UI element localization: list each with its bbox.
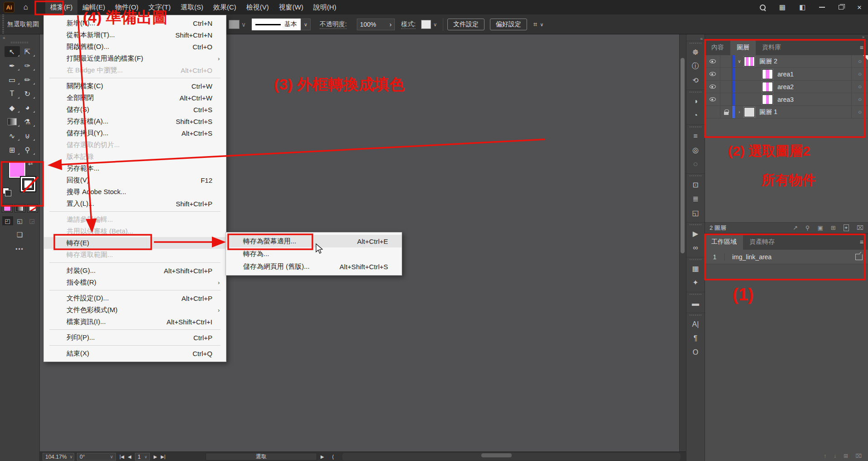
width-tool[interactable]: ∿	[5, 130, 20, 141]
locate-object-icon[interactable]: ⚲	[806, 224, 810, 231]
layers-tab-資料庫[interactable]: 資料庫	[756, 40, 787, 55]
transparency-icon[interactable]: ◎	[686, 143, 705, 157]
close-button[interactable]: ×	[857, 4, 862, 11]
last-artboard-button[interactable]: ▶|	[161, 454, 165, 459]
screen-mode-button[interactable]: ❏	[0, 231, 39, 239]
artboard-row[interactable]: 1img_link_area	[705, 250, 868, 264]
type-tool[interactable]: T	[5, 88, 20, 99]
layer-target-icon[interactable]: ○	[851, 68, 862, 80]
visibility-toggle[interactable]	[705, 55, 720, 67]
style-swatch-dropdown[interactable]: ∨	[421, 14, 437, 34]
opacity-label[interactable]: 不透明度:	[320, 20, 347, 29]
layer-thumbnail[interactable]	[762, 69, 773, 79]
file-menu-item[interactable]: 邀請參與編輯...	[44, 214, 226, 225]
swap-fill-stroke-icon[interactable]: ⇄	[28, 160, 33, 166]
info-icon[interactable]: ⓘ	[686, 59, 705, 73]
pen-tool[interactable]: ✒	[5, 60, 20, 71]
panel-menu-icon[interactable]: ≡	[860, 238, 863, 246]
default-fill-stroke-icon[interactable]	[3, 188, 9, 194]
layer-target-icon[interactable]: ○	[851, 93, 862, 105]
horizontal-scrollbar[interactable]	[342, 453, 681, 461]
shape-builder-tool[interactable]: ⊍	[20, 130, 35, 141]
draw-inside-mode[interactable]: ◲	[27, 216, 38, 225]
file-menu-item[interactable]: 封裝(G)...Alt+Shift+Ctrl+P	[44, 265, 226, 276]
select-similar-dropdown[interactable]: ⌗∨	[533, 14, 544, 34]
curvature-tool[interactable]: ✑	[20, 60, 35, 71]
collect-for-export-icon[interactable]: ↗	[793, 224, 798, 231]
artboard-number-dropdown[interactable]: 1∨	[135, 453, 150, 461]
artboards-tab-工作區域[interactable]: 工作區域	[705, 234, 743, 250]
layer-target-icon[interactable]: ○	[851, 106, 862, 118]
layer-row[interactable]: area3○	[705, 93, 868, 106]
file-menu-item[interactable]: 關閉檔案(C)Ctrl+W	[44, 80, 226, 92]
prev-artboard-button[interactable]: ◀	[128, 454, 131, 459]
file-menu-item[interactable]: 開啟舊檔(O)...Ctrl+O	[44, 41, 226, 52]
visibility-toggle[interactable]	[705, 68, 720, 80]
color-guide-wheel-icon[interactable]: ☸	[686, 45, 705, 59]
layer-row[interactable]: area2○	[705, 81, 868, 93]
eraser-tool[interactable]: ◆	[5, 102, 20, 113]
file-menu-item[interactable]: 另存新檔(A)...Shift+Ctrl+S	[44, 115, 226, 127]
artboard-name[interactable]: img_link_area	[732, 253, 772, 261]
visibility-toggle[interactable]	[705, 81, 720, 93]
artboard-page-icon[interactable]	[855, 254, 863, 260]
layers-tab-內容[interactable]: 內容	[705, 40, 730, 55]
selection-tool[interactable]: ↖	[5, 46, 20, 57]
file-menu-item[interactable]: 版本記錄	[44, 151, 226, 162]
new-artboard-icon[interactable]: ⊞	[844, 453, 848, 459]
preferences-button[interactable]: 偏好設定	[490, 19, 527, 30]
style-label[interactable]: 樣式:	[401, 20, 416, 29]
zoom-level-dropdown[interactable]: 104.17%∨	[43, 453, 74, 461]
document-setup-button[interactable]: 文件設定	[447, 19, 484, 30]
rectangle-tool[interactable]: ▭	[5, 74, 20, 85]
move-down-icon[interactable]: ↓	[834, 453, 836, 459]
file-menu-item[interactable]: 結束(X)Ctrl+Q	[44, 347, 226, 359]
zoom-tool[interactable]: ⚲	[20, 144, 35, 155]
artboards-tab-資產轉存[interactable]: 資產轉存	[743, 234, 781, 250]
panel-menu-icon[interactable]: ≡	[860, 44, 863, 51]
file-menu-item[interactable]: 另存範本...	[44, 162, 226, 174]
menubar-item[interactable]: 編輯(E)	[77, 0, 110, 14]
gradient-button[interactable]	[14, 204, 25, 213]
file-menu-item[interactable]: 置入(L)...Shift+Ctrl+P	[44, 198, 226, 209]
shaper-tool[interactable]: ◕	[20, 102, 35, 113]
artboards-grid-icon[interactable]: ▦	[686, 261, 705, 276]
file-menu-item[interactable]: 共用以供審核 (Beta)...	[44, 225, 226, 237]
delete-layer-icon[interactable]: ⌧	[857, 224, 863, 231]
menubar-item[interactable]: 說明(H)	[308, 0, 341, 14]
make-mask-icon[interactable]: ▣	[817, 224, 823, 231]
menubar-item[interactable]: 選取(S)	[176, 0, 208, 14]
draw-normal-mode[interactable]: ◰	[2, 216, 13, 225]
layer-name[interactable]: area1	[777, 71, 794, 78]
fill-color-swatch[interactable]	[9, 162, 25, 178]
delete-artboard-icon[interactable]: ⌧	[855, 453, 862, 459]
none-button[interactable]	[27, 204, 38, 213]
search-icon[interactable]	[760, 5, 766, 10]
export-menu-item[interactable]: 轉存為螢幕適用...Alt+Ctrl+E	[226, 235, 402, 247]
vertical-scrollbar-thumb[interactable]	[681, 58, 685, 253]
file-menu-item[interactable]: 儲存拷貝(Y)...Alt+Ctrl+S	[44, 127, 226, 139]
paintbrush-tool[interactable]: ✏	[20, 74, 35, 85]
character-icon[interactable]: A|	[686, 317, 705, 331]
file-menu-item[interactable]: 打開最近使用過的檔案(F)›	[44, 52, 226, 64]
opentype-icon[interactable]: O	[686, 345, 705, 359]
gradient-bar-icon[interactable]: ▬	[686, 296, 705, 310]
rotate-tool[interactable]: ↻	[20, 88, 35, 99]
menubar-item[interactable]: 文字(T)	[144, 0, 176, 14]
opacity-input[interactable]: 100%›	[357, 19, 395, 30]
file-menu-item[interactable]: 轉存選取範圍...	[44, 249, 226, 261]
minimize-button[interactable]	[819, 7, 825, 8]
export-menu-item[interactable]: 轉存為...	[226, 247, 402, 260]
actions-icon[interactable]: ▶	[686, 227, 705, 241]
collapse-panels-icon[interactable]: »	[862, 35, 864, 39]
restore-button[interactable]	[839, 5, 844, 10]
menubar-item[interactable]: 效果(C)	[208, 0, 241, 14]
color-button[interactable]	[2, 204, 13, 213]
color-palette-icon[interactable]: ◑	[686, 94, 705, 108]
menubar-item[interactable]: 視窗(W)	[274, 0, 308, 14]
layer-row[interactable]: ∨圖層 2○	[705, 55, 868, 68]
file-menu-item[interactable]: 轉存(E)›	[44, 237, 226, 249]
lock-toggle[interactable]	[720, 55, 732, 67]
layer-thumbnail[interactable]	[762, 82, 773, 92]
move-up-icon[interactable]: ↑	[824, 453, 826, 459]
